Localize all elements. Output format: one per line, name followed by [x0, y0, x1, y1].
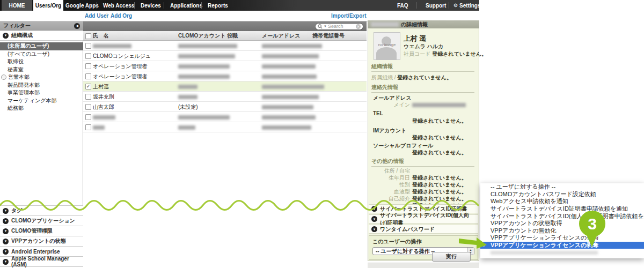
table-row[interactable] [83, 122, 367, 132]
add-org-link[interactable]: Add Org [111, 13, 132, 19]
table-row-selected[interactable]: ✓ 上村遥 [83, 81, 367, 92]
gear-icon: ⚙ [453, 3, 458, 8]
user-name: 山吉太郎 [93, 102, 114, 112]
menu-item-vpp-status[interactable]: VPPアカウントの状態取得 [480, 220, 644, 227]
collapse-sidebar-icon[interactable]: ◀ [74, 23, 80, 29]
nav-tab-google-apps[interactable]: Google Apps [65, 0, 99, 11]
row-checkbox[interactable] [85, 114, 91, 120]
menu-item-cybertrust-personal-cert-request[interactable]: サイバートラストデバイスID(個人向け)証明書申請依頼を通知 [480, 212, 644, 220]
col-role[interactable]: 役職 [227, 31, 238, 41]
org-item-label: 事業管理本部 [8, 89, 40, 96]
menu-item-vpp-license-grant[interactable]: VPPアプリケーションライセンスの付与 [480, 234, 644, 242]
org-item-product-dev[interactable]: 製品開発本部 [0, 81, 83, 90]
org-item-all-users[interactable]: (すべてのユーザ) [0, 50, 83, 58]
org-structure-label: 組織構成 [11, 32, 33, 39]
section-toggle-icon: ▼ [3, 218, 9, 224]
org-item-business-mgmt[interactable]: 事業管理本部 [0, 89, 83, 97]
user-name: 坂井充則 [93, 92, 114, 102]
nav-settings[interactable]: ⚙Settings [453, 0, 481, 11]
sidebar-section-clomo-apps[interactable]: ▼CLOMOアプリケーション [0, 216, 83, 226]
table-row[interactable]: 坂井充則 [83, 92, 367, 102]
table-row[interactable]: オペレーション管理者 [83, 61, 367, 71]
row-checkbox[interactable] [85, 124, 91, 130]
nav-tab-devices[interactable]: Devices [141, 0, 161, 11]
tel-field-label: TEL [373, 110, 383, 116]
col-email-label: メールアドレス [262, 32, 300, 40]
menu-item-placeholder[interactable]: -- ユーザに対する操作 -- [480, 183, 644, 191]
row-checkbox-checked[interactable]: ✓ [85, 84, 91, 90]
row-checkbox[interactable] [85, 94, 91, 100]
table-row[interactable] [83, 41, 367, 51]
row-checkbox[interactable] [85, 43, 91, 49]
search-icon [318, 24, 323, 29]
search-scope-chevron-icon[interactable]: ▼ [324, 25, 327, 28]
col-name[interactable]: 氏 名 [93, 31, 109, 41]
row-checkbox[interactable] [85, 73, 91, 79]
org-item-sales[interactable]: 営業本部 [0, 73, 83, 81]
sidebar-section-tags[interactable]: ▼タグ [0, 206, 83, 216]
nav-tab-web-access[interactable]: Web Access [103, 0, 134, 11]
section-label: Apple School Manager (ASM) [11, 256, 80, 267]
search-placeholder: Search [328, 24, 355, 29]
section-label: Android Enterprise [11, 249, 60, 255]
search-input[interactable]: ▼ Search ✕ [315, 23, 363, 30]
nav-tab-reports[interactable]: Reports [208, 0, 228, 11]
org-item-general-affairs[interactable]: 総務部 [0, 105, 83, 113]
search-clear-icon[interactable]: ✕ [356, 24, 361, 29]
nav-tab-applications[interactable]: Applications [170, 0, 202, 11]
menu-item-vpp-license-revoke[interactable]: ✓VPPアプリケーションライセンスの剥奪 [480, 242, 644, 249]
table-row[interactable] [83, 112, 367, 122]
org-item-directors[interactable]: 取締役 [0, 58, 83, 66]
org-item-label: 営業本部 [8, 73, 30, 81]
col-email[interactable]: メールアドレス [262, 31, 300, 41]
gender-value: 登録されていません。 [412, 182, 467, 188]
table-top-bar: ▼ Search ✕ [83, 21, 367, 31]
row-checkbox[interactable] [85, 63, 91, 69]
org-item-secretary[interactable]: 秘書室 [0, 66, 83, 74]
step-3-balloon: 3 [579, 211, 605, 237]
execute-button[interactable]: 実行 [432, 252, 471, 262]
user-name-label: CLOMOコンシェルジュ [93, 53, 151, 60]
sidebar-section-vpp-status[interactable]: ▼VPPアカウントの状態 [0, 236, 83, 247]
nav-support[interactable]: Support [426, 0, 446, 11]
menu-item-clomo-password[interactable]: CLOMOアカウントパスワード設定依頼 [480, 191, 644, 198]
blood-type-row: 血液型登録されていません。 [371, 188, 479, 196]
org-item-marketing[interactable]: マーケティング本部 [0, 97, 83, 105]
expand-toggle-icon[interactable] [1, 75, 6, 80]
filter-header-label: フィルター [3, 22, 31, 29]
col-phone[interactable]: 携帯電話番号 [312, 31, 345, 41]
add-user-link[interactable]: Add User [85, 13, 108, 19]
menu-item-vpp-disable[interactable]: VPPアカウントの無効化 [480, 227, 644, 235]
sidebar-section-clomo-privileges[interactable]: ▼CLOMO管理権限 [0, 226, 83, 236]
nav-tab-home[interactable]: HOME [2, 0, 32, 11]
row-checkbox[interactable] [85, 53, 91, 59]
one-time-password-section[interactable]: ▼ワンタイムパスワード [369, 225, 478, 234]
sidebar-section-asm[interactable]: ▼Apple School Manager (ASM) [0, 257, 83, 267]
org-item-unassigned[interactable]: (未所属のユーザ) [0, 42, 83, 50]
menu-item-web-access-request[interactable]: Webアクセス申請依頼を通知 [480, 198, 644, 205]
nav-tab-users-org[interactable]: Users/Org [33, 0, 63, 11]
cybertrust-device-id-personal-cert-section[interactable]: ▼サイバートラストデバイスID(個人向け)証明書 [369, 214, 478, 224]
employee-code-row: 社員コード 登録されていません。 [404, 50, 487, 58]
col-account-label: CLOMOアカウント [178, 32, 225, 40]
org-item-label: 取締役 [8, 58, 24, 65]
col-account[interactable]: CLOMOアカウント [178, 31, 225, 41]
execute-button-label: 実行 [446, 253, 457, 260]
select-all-checkbox[interactable] [85, 33, 91, 39]
email-main-label: メイン [371, 101, 410, 109]
table-row[interactable]: 山吉太郎 (未設定) [83, 102, 367, 112]
gender-label: 性別 [371, 181, 410, 189]
menu-item-cybertrust-cert-request[interactable]: サイバートラストデバイスID証明書申請依頼を通知 [480, 205, 644, 213]
birthday-value: 登録されていません。 [412, 175, 467, 181]
org-item-label: (すべてのユーザ) [8, 50, 49, 58]
table-row[interactable]: オペレーション管理者 [83, 71, 367, 81]
org-structure-header[interactable]: ▼ 組織構成 [0, 31, 83, 41]
import-export-link[interactable]: Import/Export [331, 13, 367, 19]
user-name-label: 坂井充則 [93, 93, 114, 101]
user-name: 上村遥 [93, 81, 109, 92]
im-field-label: IMアカウント [373, 127, 406, 135]
row-checkbox[interactable] [85, 104, 91, 110]
table-row[interactable]: CLOMOコンシェルジュ [83, 51, 367, 61]
nav-faq[interactable]: FAQ [397, 0, 408, 11]
nav-divider [134, 2, 135, 9]
